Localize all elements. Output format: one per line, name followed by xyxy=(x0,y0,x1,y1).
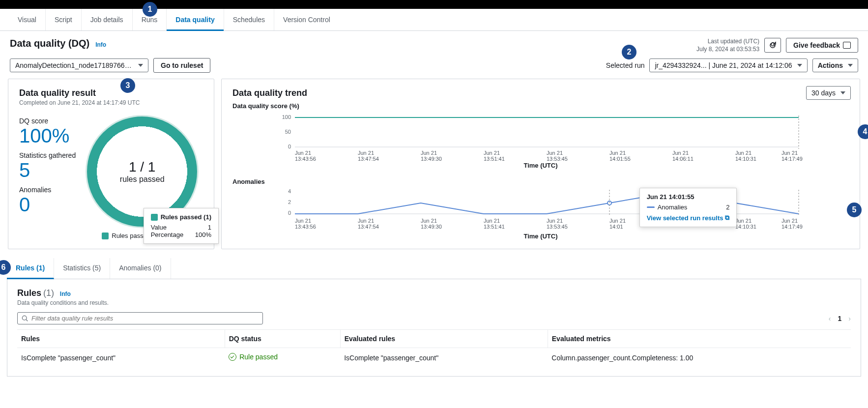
svg-text:14:17:49: 14:17:49 xyxy=(781,224,803,230)
last-updated: Last updated (UTC) July 8, 2024 at 03:53… xyxy=(696,38,759,53)
anomalies-value: 0 xyxy=(19,194,76,215)
tab-anomalies-results[interactable]: Anomalies (0) xyxy=(110,258,171,279)
donut-tooltip: Rules passed (1) Value1 Percentage100% xyxy=(144,208,219,244)
trend-title: Data quality trend xyxy=(232,88,849,98)
selected-run-label: Selected run xyxy=(606,61,645,69)
check-icon xyxy=(229,353,236,361)
score-chart-title: Data quality score (%) xyxy=(232,102,849,110)
svg-text:Jun 21: Jun 21 xyxy=(735,218,752,224)
donut-center-top: 1 / 1 xyxy=(120,159,165,175)
node-select[interactable]: AnomalyDetection1_node1718976627849 xyxy=(10,58,148,72)
svg-text:13:51:41: 13:51:41 xyxy=(484,224,505,230)
callout-3: 3 xyxy=(120,78,135,93)
svg-text:2: 2 xyxy=(288,199,291,205)
col-rules[interactable]: Rules xyxy=(17,330,225,348)
result-completed: Completed on June 21, 2024 at 14:17:49 U… xyxy=(19,99,203,106)
anomalies-label: Anomalies xyxy=(19,186,76,194)
callout-2: 2 xyxy=(622,45,637,59)
svg-text:Jun 21: Jun 21 xyxy=(672,150,689,156)
svg-text:Jun 21: Jun 21 xyxy=(484,150,500,156)
anomalies-chart-title: Anomalies xyxy=(232,178,849,185)
svg-text:Jun 21: Jun 21 xyxy=(781,150,798,156)
svg-point-47 xyxy=(22,316,27,320)
range-select[interactable]: 30 days xyxy=(806,86,851,100)
rules-count: (1) xyxy=(43,288,54,298)
cell-metrics: Column.passenger_count.Completeness: 1.0… xyxy=(548,348,851,368)
node-select-value: AnomalyDetection1_node1718976627849 xyxy=(15,61,133,69)
svg-text:Jun 21: Jun 21 xyxy=(358,150,374,156)
svg-text:14:06:11: 14:06:11 xyxy=(672,156,694,161)
tab-version-control[interactable]: Version Control xyxy=(274,9,339,30)
give-feedback-button[interactable]: Give feedback xyxy=(786,38,858,53)
tab-job-details[interactable]: Job details xyxy=(82,9,133,30)
last-updated-label: Last updated (UTC) xyxy=(696,38,759,46)
tab-rules[interactable]: Rules (1) xyxy=(7,258,54,279)
svg-line-48 xyxy=(26,320,28,321)
score-chart: 100 50 0 Jun 2113:43:56 Jun 2113:47:54 J… xyxy=(232,112,849,161)
tab-visual[interactable]: Visual xyxy=(9,9,46,30)
svg-text:Jun 21: Jun 21 xyxy=(609,218,626,224)
search-box[interactable] xyxy=(17,312,263,324)
svg-text:Jun 21: Jun 21 xyxy=(609,150,626,156)
pager-next[interactable]: › xyxy=(848,315,851,322)
tab-statistics[interactable]: Statistics (5) xyxy=(54,258,110,279)
svg-text:13:53:45: 13:53:45 xyxy=(547,156,568,161)
feedback-icon xyxy=(843,42,851,49)
dq-score-label: DQ score xyxy=(19,117,76,125)
actions-button[interactable]: Actions xyxy=(812,58,858,72)
go-to-ruleset-button[interactable]: Go to ruleset xyxy=(153,58,210,73)
svg-text:13:53:45: 13:53:45 xyxy=(547,224,568,230)
svg-text:14:17:49: 14:17:49 xyxy=(781,156,803,161)
svg-text:13:49:30: 13:49:30 xyxy=(421,156,442,161)
tab-schedules[interactable]: Schedules xyxy=(224,9,274,30)
donut-center-bottom: rules passed xyxy=(120,175,165,184)
svg-text:0: 0 xyxy=(288,210,291,216)
svg-text:4: 4 xyxy=(288,188,291,194)
col-evaluated[interactable]: Evaluated rules xyxy=(340,330,548,348)
last-updated-value: July 8, 2024 at 03:53:53 xyxy=(696,46,759,54)
svg-text:14:01: 14:01 xyxy=(609,224,623,230)
svg-text:13:43:56: 13:43:56 xyxy=(295,156,316,161)
give-feedback-label: Give feedback xyxy=(793,41,840,49)
caret-icon xyxy=(797,64,802,67)
svg-text:14:10:31: 14:10:31 xyxy=(735,224,756,230)
anomalies-x-axis: Time (UTC) xyxy=(232,233,849,240)
svg-text:100: 100 xyxy=(282,114,291,120)
caret-icon xyxy=(840,91,845,94)
callout-1: 1 xyxy=(143,2,157,17)
col-metrics[interactable]: Evaluated metrics xyxy=(548,330,851,348)
range-value: 30 days xyxy=(811,89,836,97)
pager: ‹ 1 › xyxy=(829,315,851,322)
rules-table: Rules DQ status Evaluated rules Evaluate… xyxy=(17,329,851,367)
svg-text:13:47:54: 13:47:54 xyxy=(358,156,379,161)
caret-icon xyxy=(138,64,143,67)
svg-text:13:43:56: 13:43:56 xyxy=(295,224,316,230)
svg-text:Jun 21: Jun 21 xyxy=(295,218,311,224)
svg-text:Jun 21: Jun 21 xyxy=(421,150,437,156)
tab-data-quality[interactable]: Data quality xyxy=(167,9,224,30)
rules-info-link[interactable]: Info xyxy=(60,291,71,297)
table-row[interactable]: IsComplete "passenger_count" Rule passed… xyxy=(17,348,851,368)
view-run-results-link[interactable]: View selected run results ⧉ xyxy=(647,214,730,222)
pager-prev[interactable]: ‹ xyxy=(829,315,831,322)
svg-text:Jun 21: Jun 21 xyxy=(547,150,563,156)
svg-text:13:49:30: 13:49:30 xyxy=(421,224,442,230)
score-x-axis: Time (UTC) xyxy=(232,162,849,169)
search-icon xyxy=(22,315,29,322)
cell-evaluated: IsComplete "passenger_count" xyxy=(340,348,548,368)
tooltip-time: Jun 21 14:01:55 xyxy=(647,193,730,201)
result-card: 3 Data quality result Completed on June … xyxy=(8,79,214,249)
svg-text:Jun 21: Jun 21 xyxy=(781,218,798,224)
pager-page: 1 xyxy=(838,315,842,322)
info-link[interactable]: Info xyxy=(95,41,106,48)
refresh-button[interactable] xyxy=(764,38,781,53)
col-status[interactable]: DQ status xyxy=(225,330,340,348)
refresh-icon xyxy=(769,41,777,49)
selected-run-select[interactable]: jr_4294332924... | June 21, 2024 at 14:1… xyxy=(649,58,807,72)
page-title: Data quality (DQ) xyxy=(10,38,89,49)
svg-text:Jun 21: Jun 21 xyxy=(547,218,563,224)
tab-script[interactable]: Script xyxy=(46,9,82,30)
search-input[interactable] xyxy=(31,315,259,322)
result-title: Data quality result xyxy=(19,88,203,98)
top-black-bar xyxy=(0,0,868,9)
